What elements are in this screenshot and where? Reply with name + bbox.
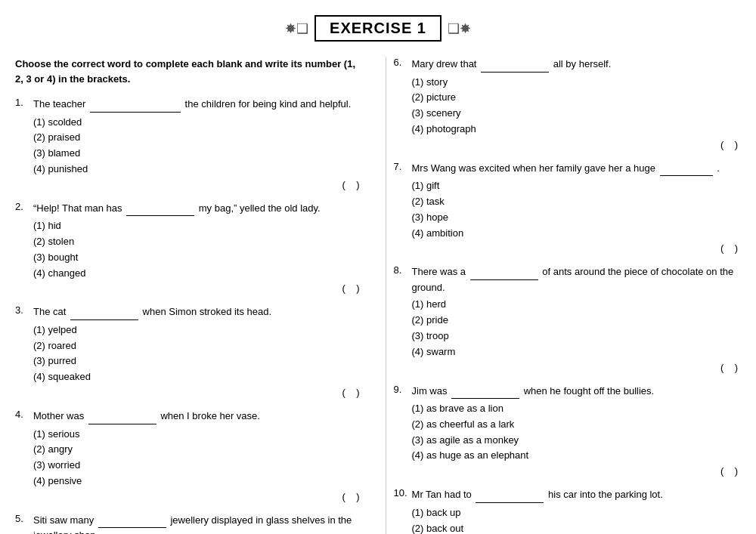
- q6-blank: [481, 57, 549, 73]
- q1-bracket: ( ): [15, 179, 360, 190]
- q1-opt1: (1) scolded: [33, 115, 363, 131]
- question-9: 9. Jim was when he fought off the bullie…: [394, 384, 742, 477]
- q7-text: Mrs Wang was excited when her family gav…: [412, 161, 742, 177]
- q7-number: 7.: [394, 161, 407, 177]
- q8-opt4: (4) swarm: [412, 344, 742, 360]
- question-5-row: 5. Siti saw many jewellery displayed in …: [15, 513, 363, 534]
- question-7: 7. Mrs Wang was excited when her family …: [394, 161, 742, 255]
- q9-number: 9.: [394, 384, 407, 400]
- q4-number: 4.: [15, 409, 29, 424]
- question-1: 1. The teacher the children for being ki…: [15, 97, 363, 190]
- q2-options: (1) hid (2) stolen (3) bought (4) change…: [33, 218, 363, 281]
- q8-opt2: (2) pride: [412, 313, 742, 329]
- question-8-row: 8. There was a of ants around the piece …: [394, 264, 742, 295]
- q6-bracket: ( ): [394, 139, 739, 150]
- q3-options: (1) yelped (2) roared (3) purred (4) squ…: [33, 323, 363, 385]
- q9-opt2: (2) as cheerful as a lark: [412, 417, 742, 433]
- q8-text: There was a of ants around the piece of …: [412, 264, 742, 295]
- q10-opt2: (2) back out: [412, 521, 742, 534]
- question-6: 6. Mary drew that all by herself. (1) st…: [394, 57, 742, 150]
- two-column-layout: Choose the correct word to complete each…: [15, 57, 741, 534]
- q10-opt1: (1) back up: [412, 505, 742, 521]
- q3-blank: [70, 304, 138, 320]
- q3-number: 3.: [15, 304, 29, 320]
- q9-text: Jim was when he fought off the bullies.: [412, 384, 742, 400]
- q7-opt4: (4) ambition: [412, 226, 742, 242]
- q2-opt2: (2) stolen: [33, 234, 363, 250]
- q2-text: “Help! That man has my bag,” yelled the …: [33, 201, 363, 217]
- q2-opt1: (1) hid: [33, 218, 363, 234]
- question-8: 8. There was a of ants around the piece …: [394, 264, 742, 372]
- q4-opt4: (4) pensive: [33, 474, 363, 489]
- q3-opt2: (2) roared: [33, 338, 363, 354]
- q1-number: 1.: [15, 97, 29, 113]
- q6-options: (1) story (2) picture (3) scenery (4) ph…: [412, 75, 742, 137]
- q1-opt4: (4) punished: [33, 162, 363, 177]
- q7-bracket: ( ): [394, 242, 739, 254]
- question-10-row: 10. Mr Tan had to his car into the parki…: [394, 487, 742, 503]
- q9-options: (1) as brave as a lion (2) as cheerful a…: [412, 401, 742, 464]
- q8-options: (1) herd (2) pride (3) troop (4) swarm: [412, 297, 742, 360]
- exercise-title: EXERCISE 1: [314, 15, 442, 42]
- q2-blank: [126, 201, 194, 217]
- q7-options: (1) gift (2) task (3) hope (4) ambition: [412, 178, 742, 241]
- q4-bracket: ( ): [15, 491, 360, 502]
- q5-blank: [98, 513, 166, 529]
- q9-opt1: (1) as brave as a lion: [412, 401, 742, 417]
- question-3: 3. The cat when Simon stroked its head. …: [15, 304, 363, 398]
- question-3-row: 3. The cat when Simon stroked its head.: [15, 304, 363, 320]
- q8-blank: [470, 264, 538, 280]
- q7-opt1: (1) gift: [412, 178, 742, 194]
- q8-number: 8.: [394, 264, 407, 295]
- title-deco-right: ❑✸: [448, 20, 471, 37]
- q6-opt3: (3) scenery: [412, 106, 742, 122]
- q4-text: Mother was when I broke her vase.: [33, 409, 363, 424]
- q3-opt1: (1) yelped: [33, 323, 363, 338]
- q1-blank: [90, 97, 181, 113]
- q8-opt3: (3) troop: [412, 329, 742, 344]
- q5-text: Siti saw many jewellery displayed in gla…: [33, 513, 363, 534]
- q5-number: 5.: [15, 513, 29, 534]
- q10-text: Mr Tan had to his car into the parking l…: [412, 487, 741, 503]
- q7-opt3: (3) hope: [412, 210, 742, 226]
- q4-blank: [88, 409, 156, 424]
- q9-opt4: (4) as huge as an elephant: [412, 448, 742, 464]
- q4-options: (1) serious (2) angry (3) worried (4) pe…: [33, 427, 363, 489]
- q6-opt2: (2) picture: [412, 90, 742, 106]
- q2-opt4: (4) changed: [33, 266, 363, 282]
- question-2: 2. “Help! That man has my bag,” yelled t…: [15, 201, 363, 295]
- q3-bracket: ( ): [15, 387, 360, 398]
- question-5: 5. Siti saw many jewellery displayed in …: [15, 513, 363, 534]
- q10-number: 10.: [394, 487, 407, 503]
- question-6-row: 6. Mary drew that all by herself.: [394, 57, 742, 73]
- question-4: 4. Mother was when I broke her vase. (1)…: [15, 409, 363, 502]
- q4-opt3: (3) worried: [33, 458, 363, 474]
- q2-opt3: (3) bought: [33, 250, 363, 266]
- q3-opt3: (3) purred: [33, 353, 363, 369]
- q3-opt4: (4) squeaked: [33, 369, 363, 385]
- q10-options: (1) back up (2) back out (3) bring up (4…: [412, 505, 742, 534]
- q2-number: 2.: [15, 201, 29, 217]
- question-9-row: 9. Jim was when he fought off the bullie…: [394, 384, 742, 400]
- q1-opt2: (2) praised: [33, 130, 363, 146]
- q10-blank: [476, 487, 544, 503]
- instructions-text: Choose the correct word to complete each…: [15, 57, 363, 86]
- q7-opt2: (2) task: [412, 194, 742, 210]
- q7-blank: [660, 161, 713, 177]
- q9-bracket: ( ): [394, 465, 739, 477]
- q9-blank: [451, 384, 519, 400]
- question-10: 10. Mr Tan had to his car into the parki…: [394, 487, 742, 534]
- q2-bracket: ( ): [15, 282, 360, 294]
- q6-text: Mary drew that all by herself.: [412, 57, 742, 73]
- q9-opt3: (3) as agile as a monkey: [412, 433, 742, 449]
- q4-opt2: (2) angry: [33, 442, 363, 458]
- question-7-row: 7. Mrs Wang was excited when her family …: [394, 161, 742, 177]
- q6-number: 6.: [394, 57, 407, 73]
- q8-opt1: (1) herd: [412, 297, 742, 313]
- q1-opt3: (3) blamed: [33, 146, 363, 162]
- q6-opt4: (4) photograph: [412, 122, 742, 137]
- q8-bracket: ( ): [394, 362, 739, 373]
- question-4-row: 4. Mother was when I broke her vase.: [15, 409, 363, 424]
- q4-opt1: (1) serious: [33, 427, 363, 443]
- q3-text: The cat when Simon stroked its head.: [33, 304, 363, 320]
